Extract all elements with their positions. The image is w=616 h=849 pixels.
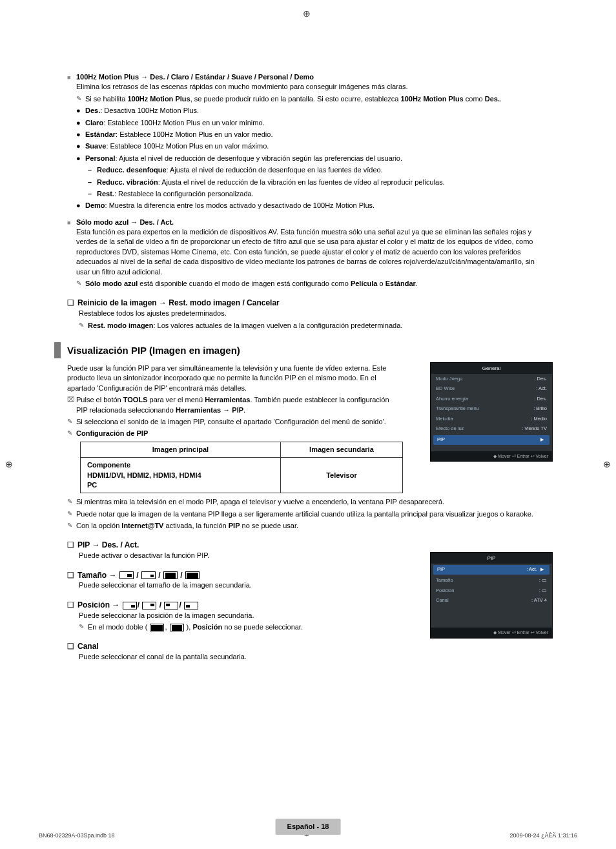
box-icon: ❏ [67, 641, 77, 652]
item-des: Des.: Desactiva 100Hz Motion Plus. [85, 106, 549, 116]
arrow-right-icon: ▶ [539, 436, 546, 444]
pos-icon-tl [164, 602, 178, 609]
item-rest: Rest.: Restablece la configuración perso… [97, 189, 549, 199]
bullet-icon: ● [76, 106, 85, 116]
square-bullet-icon: ■ [67, 218, 76, 289]
pos-icon-br [123, 602, 137, 609]
size-icon-double-v [163, 571, 178, 579]
heading-pip-onoff: ❏PIP → Des. / Act. [67, 540, 549, 551]
tools-icon: ⌧ [67, 395, 76, 415]
note-solo-azul: Sólo modo azul está disponible cuando el… [85, 279, 549, 289]
section-100hz: ■ 100Hz Motion Plus → Des. / Claro / Est… [67, 72, 549, 211]
pos-icon-bl [184, 602, 198, 609]
item-personal: Personal: Ajusta el nivel de reducción d… [85, 154, 549, 163]
item-claro: Claro: Establece 100Hz Motion Plus en un… [85, 118, 549, 128]
bullet-icon: ● [76, 118, 85, 128]
size-icon-large [119, 571, 134, 579]
heading-reinicio: ❏Reinicio de la imagen → Rest. modo imag… [67, 298, 549, 309]
pos-icon-tr [142, 602, 156, 609]
osd-pip-highlight: PIP: Act. ▶ [433, 565, 549, 575]
page-content: ■ 100Hz Motion Plus → Des. / Claro / Est… [41, 39, 575, 810]
registration-mark-top: ⊕ [303, 8, 311, 21]
section-solo-azul: ■ Sólo modo azul → Des. / Act. Esta func… [67, 218, 549, 289]
pip-tools-note: Pulse el botón TOOLS para ver el menú He… [76, 395, 396, 415]
square-bullet-icon: ■ [67, 72, 76, 211]
size-icon-double-h [185, 571, 200, 579]
size-icon-double-h [150, 624, 164, 631]
box-icon: ❏ [67, 298, 77, 309]
note-icon: ✎ [67, 521, 76, 531]
osd-pip-title: PIP [431, 553, 552, 564]
note-icon: ✎ [67, 509, 76, 519]
pip-intro: Puede usar la función PIP para ver simul… [67, 363, 396, 393]
note-icon: ✎ [79, 622, 88, 632]
reinicio-note: Rest. modo imagen: Los valores actuales … [88, 321, 549, 331]
body-solo-azul: Esta función es para expertos en la medi… [76, 227, 549, 277]
heading-solo-azul: Sólo modo azul → Des. / Act. [76, 218, 549, 227]
note-100hz-1: Si se habilita 100Hz Motion Plus, se pue… [85, 94, 549, 104]
box-icon: ❏ [67, 600, 77, 611]
bullet-icon: ● [76, 130, 85, 139]
note-icon: ✎ [79, 321, 88, 331]
osd-general: General Modo Juego: Des. BD Wise: Act. A… [430, 362, 553, 462]
osd-general-highlight: PIP▶ [433, 435, 549, 445]
item-suave: Suave: Establece 100Hz Motion Plus en un… [85, 141, 549, 151]
dash-icon: – [88, 189, 97, 199]
pip-note-artificial: Puede notar que la imagen de la ventana … [76, 509, 549, 519]
arrow-right-icon: ▶ [539, 567, 546, 571]
reinicio-body: Restablece todos los ajustes predetermin… [79, 309, 549, 318]
table-header-sec: Imagen secundaria [280, 442, 402, 457]
pip-sound-note: Si selecciona el sonido de la imagen PIP… [76, 417, 396, 427]
note-icon: ✎ [67, 497, 76, 507]
size-icon-small [141, 571, 156, 579]
pip-config-table: Imagen principal Imagen secundaria Compo… [80, 442, 403, 494]
pip-note-off: Si mientras mira la televisión en el mod… [76, 497, 549, 507]
heading-canal: ❏Canal [67, 641, 549, 652]
table-cell-main: Componente HDMI1/DVI, HDMI2, HDMI3, HDMI… [81, 458, 281, 493]
box-icon: ❏ [67, 540, 77, 551]
osd-pip-footer: ◆ Mover ⏎ Entrar ↩ Volver [431, 628, 552, 638]
dash-icon: – [88, 178, 97, 187]
bullet-icon: ● [76, 141, 85, 151]
registration-mark-left: ⊕ [5, 458, 13, 471]
item-desenfoque: Reducc. desenfoque: Ajusta el nivel de r… [97, 165, 549, 175]
item-vibracion: Reducc. vibración: Ajusta el nivel de re… [97, 178, 549, 187]
item-demo: Demo: Muestra la diferencia entre los mo… [85, 201, 549, 210]
canal-body: Puede seleccionar el canal de la pantall… [79, 652, 549, 662]
osd-pip: PIP PIP: Act. ▶ Tamaño: ▭ Posición: ▭ Ca… [430, 552, 553, 639]
registration-mark-right: ⊕ [603, 458, 611, 471]
desc-100hz: Elimina los retrasos de las escenas rápi… [76, 82, 549, 92]
dash-icon: – [88, 165, 97, 175]
osd-general-title: General [431, 363, 552, 374]
heading-100hz: 100Hz Motion Plus → Des. / Claro / Están… [76, 72, 549, 82]
pip-note-internettv: Con la opción Internet@TV activada, la f… [76, 521, 549, 531]
item-estandar: Estándar: Establece 100Hz Motion Plus en… [85, 130, 549, 139]
table-cell-sec: Televisor [280, 458, 402, 493]
footer-meta-right: 2009-08-24 ¿ÀÈÄ 1:31:16 [509, 832, 577, 840]
note-icon: ✎ [67, 429, 76, 438]
size-icon-double-v [170, 624, 184, 631]
note-icon: ✎ [76, 94, 85, 104]
footer-meta-left: BN68-02329A-03Spa.indb 18 [39, 832, 115, 840]
bullet-icon: ● [76, 201, 85, 210]
box-icon: ❏ [67, 570, 77, 581]
note-icon: ✎ [67, 417, 76, 427]
osd-general-footer: ◆ Mover ⏎ Entrar ↩ Volver [431, 451, 552, 462]
page-number-badge: Español - 18 [276, 819, 341, 835]
bullet-icon: ● [76, 154, 85, 163]
section-title-pip: Visualización PIP (Imagen en imagen) [54, 342, 549, 358]
note-icon: ✎ [76, 279, 85, 289]
table-header-main: Imagen principal [81, 442, 281, 457]
